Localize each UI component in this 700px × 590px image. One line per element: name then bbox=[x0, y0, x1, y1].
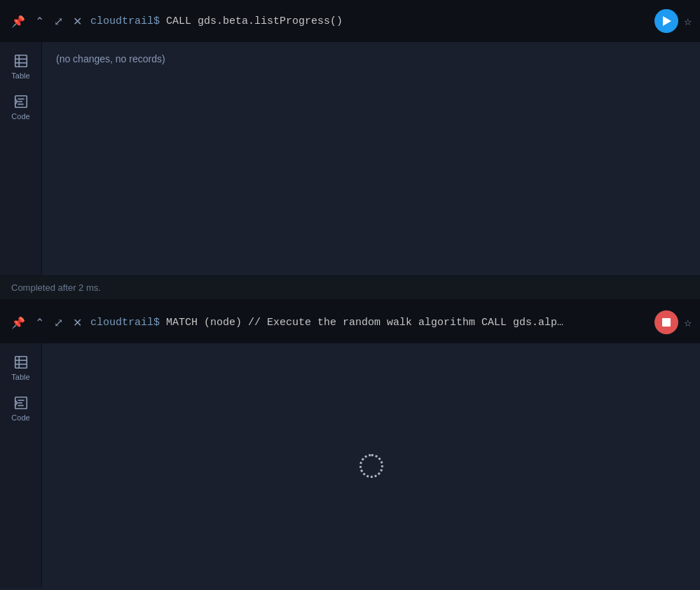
prompt-prefix-1: cloudtrail$ bbox=[90, 15, 160, 27]
close-icon-1: ✕ bbox=[73, 15, 82, 28]
window-controls-2: 📌 ⌃ ⤢ ✕ bbox=[8, 315, 85, 331]
prompt-command-1: CALL gds.beta.listProgress() bbox=[160, 15, 343, 27]
sidebar-item-code-1[interactable]: Code bbox=[1, 88, 41, 126]
close-button-2[interactable]: ✕ bbox=[70, 315, 85, 331]
favorite-button-2[interactable]: ☆ bbox=[684, 315, 692, 330]
svg-rect-0 bbox=[15, 55, 27, 67]
expand-icon-2: ⤢ bbox=[54, 316, 63, 329]
stop-button-2[interactable] bbox=[654, 310, 678, 334]
play-icon-1 bbox=[663, 16, 671, 26]
minimize-button-1[interactable]: ⌃ bbox=[32, 13, 47, 29]
sidebar-1: Table Code bbox=[0, 42, 42, 275]
window-controls-1: 📌 ⌃ ⤢ ✕ bbox=[8, 13, 85, 29]
prompt-prefix-2: cloudtrail$ bbox=[90, 317, 160, 329]
command-prompt-2: cloudtrail$ MATCH (node) // Execute the … bbox=[90, 317, 649, 329]
expand-button-2[interactable]: ⤢ bbox=[51, 315, 66, 331]
sidebar-item-code-2[interactable]: Code bbox=[1, 390, 41, 427]
pin-icon-1: 📌 bbox=[11, 15, 25, 28]
result-text-1: (no changes, no records) bbox=[56, 53, 165, 64]
expand-icon-1: ⤢ bbox=[54, 15, 63, 28]
sidebar-item-table-1[interactable]: Table bbox=[1, 48, 41, 85]
chevron-up-icon-1: ⌃ bbox=[35, 15, 44, 28]
table-icon-1 bbox=[13, 53, 29, 69]
status-text-1: Completed after 2 ms. bbox=[11, 282, 101, 293]
content-area-1: Table Code (no changes, no records) bbox=[0, 42, 700, 275]
code-icon-2 bbox=[13, 395, 29, 411]
main-content-1: (no changes, no records) bbox=[42, 42, 700, 275]
panel-2: 📌 ⌃ ⤢ ✕ cloudtrail$ MATCH (node) // Exec… bbox=[0, 301, 700, 588]
content-area-2: Table Code bbox=[0, 343, 700, 588]
sidebar-2: Table Code bbox=[0, 343, 42, 588]
stop-icon-2 bbox=[662, 318, 671, 327]
sidebar-item-table-2[interactable]: Table bbox=[1, 349, 41, 387]
minimize-button-2[interactable]: ⌃ bbox=[32, 315, 47, 331]
status-bar-1: Completed after 2 ms. bbox=[0, 275, 700, 299]
close-button-1[interactable]: ✕ bbox=[70, 13, 85, 29]
close-icon-2: ✕ bbox=[73, 316, 82, 329]
command-prompt-1: cloudtrail$ CALL gds.beta.listProgress() bbox=[90, 15, 649, 27]
loading-container bbox=[56, 355, 686, 577]
table-icon-2 bbox=[13, 355, 29, 370]
svg-rect-8 bbox=[15, 357, 27, 369]
command-bar-2: 📌 ⌃ ⤢ ✕ cloudtrail$ MATCH (node) // Exec… bbox=[0, 301, 700, 343]
expand-button-1[interactable]: ⤢ bbox=[51, 13, 66, 29]
command-bar-1: 📌 ⌃ ⤢ ✕ cloudtrail$ CALL gds.beta.listPr… bbox=[0, 0, 700, 42]
prompt-command-2: MATCH (node) // Execute the random walk … bbox=[160, 317, 563, 329]
loading-spinner bbox=[359, 454, 383, 478]
run-button-1[interactable] bbox=[654, 9, 678, 33]
sidebar-label-code-1: Code bbox=[11, 112, 29, 121]
sidebar-label-table-1: Table bbox=[11, 71, 29, 80]
sidebar-label-table-2: Table bbox=[11, 373, 29, 381]
chevron-up-icon-2: ⌃ bbox=[35, 316, 44, 329]
sidebar-label-code-2: Code bbox=[11, 413, 29, 422]
pin-button-1[interactable]: 📌 bbox=[8, 13, 28, 29]
main-content-2 bbox=[42, 343, 700, 588]
pin-icon-2: 📌 bbox=[11, 316, 25, 329]
favorite-button-1[interactable]: ☆ bbox=[684, 13, 692, 29]
code-icon-1 bbox=[13, 94, 29, 109]
pin-button-2[interactable]: 📌 bbox=[8, 315, 28, 331]
panel-1: 📌 ⌃ ⤢ ✕ cloudtrail$ CALL gds.beta.listPr… bbox=[0, 0, 700, 301]
